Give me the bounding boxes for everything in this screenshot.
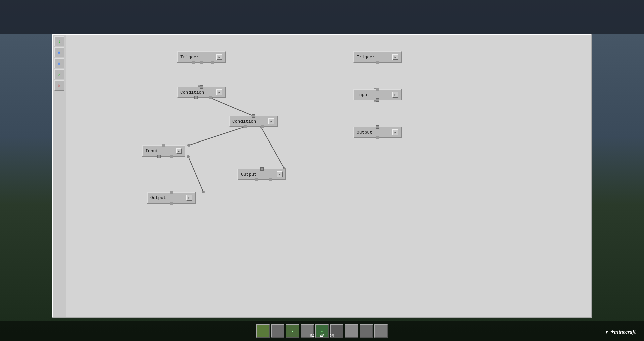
check-button[interactable]: ✓ — [54, 69, 64, 79]
node-condition1-expand[interactable]: ▶ — [216, 89, 222, 95]
svg-point-12 — [187, 144, 190, 147]
minecraft-icon: ✦ — [604, 330, 608, 335]
grid-remove-button[interactable]: ⊟ — [54, 58, 64, 68]
minecraft-brand-text: ✦minecraft — [610, 329, 636, 335]
node-trigger1-expand[interactable]: ▶ — [216, 54, 222, 60]
node-condition1-label: Condition — [180, 90, 215, 95]
node-output1-label: Output — [241, 172, 275, 177]
connector-lines — [66, 35, 591, 317]
grid-add-button[interactable]: ⊞ — [54, 47, 64, 57]
node-output2-expand[interactable]: ▶ — [186, 195, 192, 201]
node-input1-label: Input — [145, 149, 175, 154]
node-trigger2[interactable]: Trigger ▶ — [353, 51, 402, 63]
svg-line-2 — [189, 127, 244, 145]
node-trigger1-label: Trigger — [180, 55, 215, 60]
left-toolbar: ↓ ⊞ ⊟ ✓ ✕ — [53, 35, 66, 317]
node-input1-expand[interactable]: ▶ — [176, 148, 182, 154]
node-output3[interactable]: Output ▶ — [353, 127, 402, 138]
svg-line-1 — [211, 98, 253, 116]
node-input2[interactable]: Input ▶ — [353, 89, 402, 100]
hotbar-slot-3[interactable]: ▲ — [286, 324, 299, 338]
node-condition2-label: Condition — [232, 119, 267, 124]
hotbar-counts: 64 48 29 — [310, 334, 334, 338]
down-arrow-button[interactable]: ↓ — [54, 36, 64, 46]
node-trigger1[interactable]: Trigger ▶ — [177, 51, 226, 63]
hotbar-slot-5-icon: ● — [321, 330, 323, 333]
hotbar-slot-9[interactable] — [374, 324, 388, 338]
node-trigger2-expand[interactable]: ▶ — [392, 54, 398, 60]
hotbar-count-2: 48 — [320, 334, 324, 338]
node-output2-label: Output — [150, 195, 185, 201]
svg-line-3 — [261, 127, 284, 169]
bg-top-overlay — [0, 0, 644, 34]
node-output1[interactable]: Output ▶ — [237, 169, 286, 180]
node-condition2-expand[interactable]: ▶ — [268, 118, 274, 124]
node-input1[interactable]: Input ▶ — [142, 145, 185, 157]
hotbar-slot-2[interactable] — [271, 324, 284, 338]
node-output3-label: Output — [357, 130, 391, 135]
close-button[interactable]: ✕ — [54, 80, 64, 91]
canvas-area[interactable]: Trigger ▶ Condition ▶ Condition ▶ Input — [66, 35, 591, 317]
minecraft-logo: ✦ ✦minecraft — [604, 329, 636, 335]
hotbar-slot-3-icon: ▲ — [292, 330, 293, 333]
node-output2[interactable]: Output ▶ — [147, 192, 196, 204]
node-condition2[interactable]: Condition ▶ — [229, 116, 278, 127]
hotbar-count-3: 29 — [329, 334, 334, 338]
hotbar-slot-7[interactable] — [345, 324, 358, 338]
node-input2-expand[interactable]: ▶ — [392, 92, 398, 98]
node-output3-expand[interactable]: ▶ — [392, 129, 398, 135]
svg-point-15 — [202, 191, 205, 193]
node-trigger2-label: Trigger — [357, 55, 391, 60]
hotbar-slot-8[interactable] — [360, 324, 373, 338]
node-input2-label: Input — [357, 92, 391, 97]
node-output1-expand[interactable]: ▶ — [277, 171, 283, 177]
svg-point-14 — [187, 155, 190, 158]
dialog-panel: ↓ ⊞ ⊟ ✓ ✕ — [52, 34, 592, 318]
node-condition1[interactable]: Condition ▶ — [177, 87, 226, 98]
hotbar-slot-1[interactable] — [256, 324, 270, 338]
hotbar-count-1: 64 — [310, 334, 314, 338]
svg-line-4 — [188, 157, 203, 192]
